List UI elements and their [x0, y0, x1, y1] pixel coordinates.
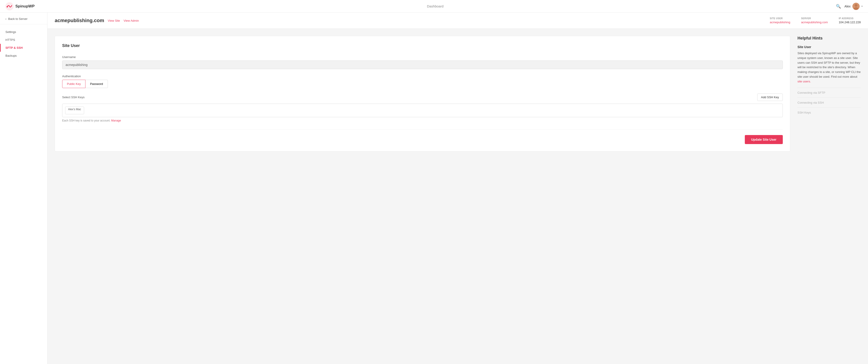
- spinupwp-logo-icon: [5, 2, 13, 10]
- svg-point-3: [855, 4, 857, 7]
- ssh-keys-list: Alex's Mac: [62, 104, 783, 117]
- site-user-card: Site User Username Authentication Public…: [55, 36, 790, 152]
- page-title: acmepublishing.com: [55, 18, 104, 24]
- auth-public-key-btn[interactable]: Public Key: [62, 80, 86, 88]
- ssh-keys-header: Select SSH Keys Add SSH Key: [62, 94, 783, 101]
- update-site-user-button[interactable]: Update Site User: [745, 135, 783, 144]
- hints-title: Helpful Hints: [798, 36, 861, 41]
- sidebar-item-backups[interactable]: Backups: [0, 52, 47, 60]
- sidebar-nav: Settings HTTPS SFTP & SSH Backups: [0, 24, 47, 63]
- user-menu[interactable]: Alex ▾: [844, 3, 863, 10]
- avatar-image: [852, 3, 860, 10]
- form-actions: Update Site User: [62, 129, 783, 144]
- ssh-manage-link[interactable]: Manage: [111, 119, 121, 122]
- site-users-link[interactable]: site users.: [798, 80, 811, 83]
- auth-label: Authentication: [62, 74, 783, 78]
- sidebar-item-settings[interactable]: Settings: [0, 28, 47, 36]
- meta-server: SERVER acmepublishing.com: [801, 17, 828, 24]
- nav-right: 🔍 Alex ▾: [836, 3, 863, 10]
- view-admin-link[interactable]: View Admin: [124, 19, 139, 22]
- main-content: acmepublishing.com View Site View Admin …: [48, 13, 868, 364]
- ip-label: IP ADDRESS: [839, 17, 861, 20]
- server-value[interactable]: acmepublishing.com: [801, 21, 828, 24]
- username-label: Username: [62, 55, 783, 59]
- ssh-keys-group: Select SSH Keys Add SSH Key Alex's Mac E…: [62, 94, 783, 122]
- ssh-key-tag[interactable]: Alex's Mac: [65, 107, 84, 114]
- site-user-value[interactable]: acmepublishing: [770, 21, 790, 24]
- back-to-server-link[interactable]: ‹ Back to Server: [0, 13, 47, 24]
- add-ssh-key-button[interactable]: Add SSH Key: [757, 94, 783, 101]
- svg-point-1: [6, 6, 8, 7]
- auth-password-btn[interactable]: Password: [86, 80, 107, 88]
- username-group: Username: [62, 55, 783, 69]
- site-user-label: SITE USER: [770, 17, 790, 20]
- page-header-meta: SITE USER acmepublishing SERVER acmepubl…: [770, 17, 861, 24]
- back-arrow-icon: ‹: [5, 17, 6, 21]
- user-name: Alex: [844, 4, 850, 8]
- hint-site-user-text: Sites deployed via SpinupWP are owned by…: [798, 51, 861, 84]
- sidebar-item-https[interactable]: HTTPS: [0, 36, 47, 44]
- hint-site-user-body: Sites deployed via SpinupWP are owned by…: [798, 52, 861, 78]
- search-button[interactable]: 🔍: [836, 4, 841, 9]
- hint-site-user-heading: Site User: [798, 45, 861, 49]
- logo: SpinupWP: [5, 2, 35, 10]
- logo-text: SpinupWP: [16, 4, 35, 8]
- user-avatar: [852, 3, 860, 10]
- card-title: Site User: [62, 43, 783, 48]
- meta-ip: IP ADDRESS 104.248.122.228: [839, 17, 861, 24]
- auth-toggle: Public Key Password: [62, 80, 783, 88]
- back-link-label: Back to Server: [8, 17, 27, 21]
- hint-site-user-section: Site User Sites deployed via SpinupWP ar…: [798, 45, 861, 88]
- hint-connecting-sftp[interactable]: Connecting via SFTP: [798, 88, 861, 98]
- page-header: acmepublishing.com View Site View Admin …: [48, 13, 868, 29]
- content-area: Site User Username Authentication Public…: [48, 29, 868, 159]
- sidebar: ‹ Back to Server Settings HTTPS SFTP & S…: [0, 13, 48, 364]
- ssh-keys-label: Select SSH Keys: [62, 96, 85, 99]
- page-header-left: acmepublishing.com View Site View Admin: [55, 18, 139, 24]
- view-site-link[interactable]: View Site: [108, 19, 120, 22]
- sidebar-item-sftp-ssh[interactable]: SFTP & SSH: [0, 44, 47, 52]
- ip-value: 104.248.122.228: [839, 21, 861, 24]
- chevron-down-icon: ▾: [862, 5, 863, 7]
- layout: ‹ Back to Server Settings HTTPS SFTP & S…: [0, 0, 868, 364]
- ssh-note-text: Each SSH key is saved to your account.: [62, 119, 110, 122]
- hints-panel: Helpful Hints Site User Sites deployed v…: [798, 36, 861, 152]
- hint-ssh-keys[interactable]: SSH Keys: [798, 108, 861, 118]
- ssh-note: Each SSH key is saved to your account. M…: [62, 119, 783, 122]
- hint-connecting-ssh[interactable]: Connecting via SSH: [798, 98, 861, 108]
- username-input[interactable]: [62, 61, 783, 69]
- top-nav: SpinupWP Dashboard 🔍 Alex ▾: [0, 0, 868, 13]
- meta-site-user: SITE USER acmepublishing: [770, 17, 790, 24]
- auth-group: Authentication Public Key Password: [62, 74, 783, 88]
- server-label: SERVER: [801, 17, 828, 20]
- nav-label: Dashboard: [427, 4, 443, 8]
